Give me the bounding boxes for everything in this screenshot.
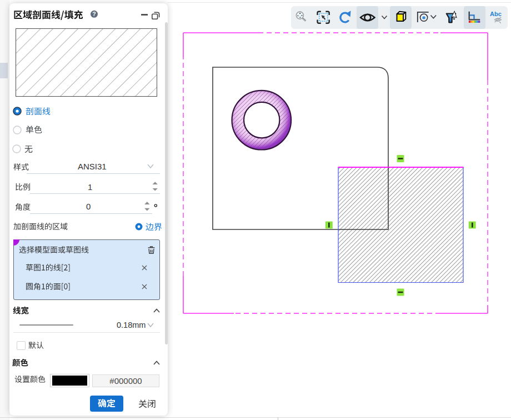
svg-text:Abc: Abc [490,11,502,17]
